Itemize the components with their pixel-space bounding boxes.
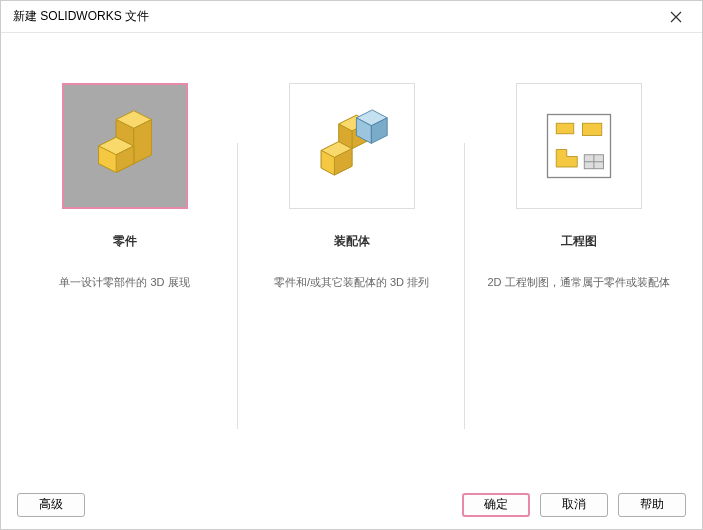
footer-right: 确定 取消 帮助 — [462, 493, 686, 517]
dialog-title: 新建 SOLIDWORKS 文件 — [13, 8, 149, 25]
option-drawing[interactable]: 工程图 2D 工程制图，通常属于零件或装配体 — [465, 83, 692, 449]
footer: 高级 确定 取消 帮助 — [1, 479, 702, 529]
new-file-dialog: 新建 SOLIDWORKS 文件 零件 单一设计零部件 — [0, 0, 703, 530]
advanced-button[interactable]: 高级 — [17, 493, 85, 517]
option-assembly[interactable]: 装配体 零件和/或其它装配体的 3D 排列 — [238, 83, 465, 449]
assembly-title: 装配体 — [334, 233, 370, 250]
assembly-icon — [308, 102, 396, 190]
drawing-icon — [544, 111, 614, 181]
ok-button[interactable]: 确定 — [462, 493, 530, 517]
close-icon — [670, 11, 682, 23]
cancel-button[interactable]: 取消 — [540, 493, 608, 517]
help-button[interactable]: 帮助 — [618, 493, 686, 517]
drawing-desc: 2D 工程制图，通常属于零件或装配体 — [487, 274, 669, 291]
svg-rect-19 — [556, 123, 574, 134]
part-icon — [81, 102, 169, 190]
footer-left: 高级 — [17, 493, 85, 517]
option-part[interactable]: 零件 单一设计零部件的 3D 展现 — [11, 83, 238, 449]
assembly-icon-box — [289, 83, 415, 209]
assembly-desc: 零件和/或其它装配体的 3D 排列 — [274, 274, 429, 291]
part-icon-box — [62, 83, 188, 209]
drawing-icon-box — [516, 83, 642, 209]
close-button[interactable] — [662, 3, 690, 31]
svg-rect-20 — [582, 123, 601, 135]
drawing-title: 工程图 — [561, 233, 597, 250]
titlebar: 新建 SOLIDWORKS 文件 — [1, 1, 702, 33]
options-area: 零件 单一设计零部件的 3D 展现 — [1, 33, 702, 479]
part-desc: 单一设计零部件的 3D 展现 — [59, 274, 189, 291]
part-title: 零件 — [113, 233, 137, 250]
